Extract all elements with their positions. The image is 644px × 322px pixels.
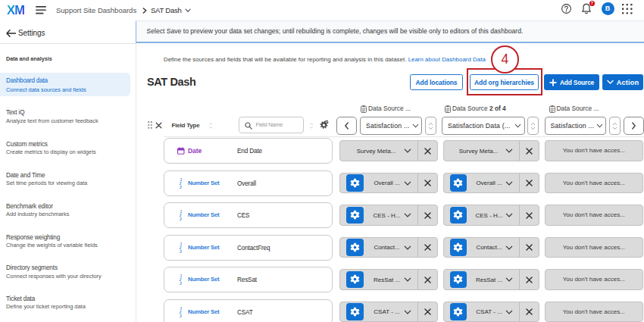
svg-text:3: 3	[180, 186, 182, 189]
svg-text:3: 3	[180, 314, 182, 318]
svg-text:3: 3	[180, 282, 182, 286]
svg-text:3: 3	[180, 250, 182, 254]
svg-text:3: 3	[180, 217, 182, 221]
